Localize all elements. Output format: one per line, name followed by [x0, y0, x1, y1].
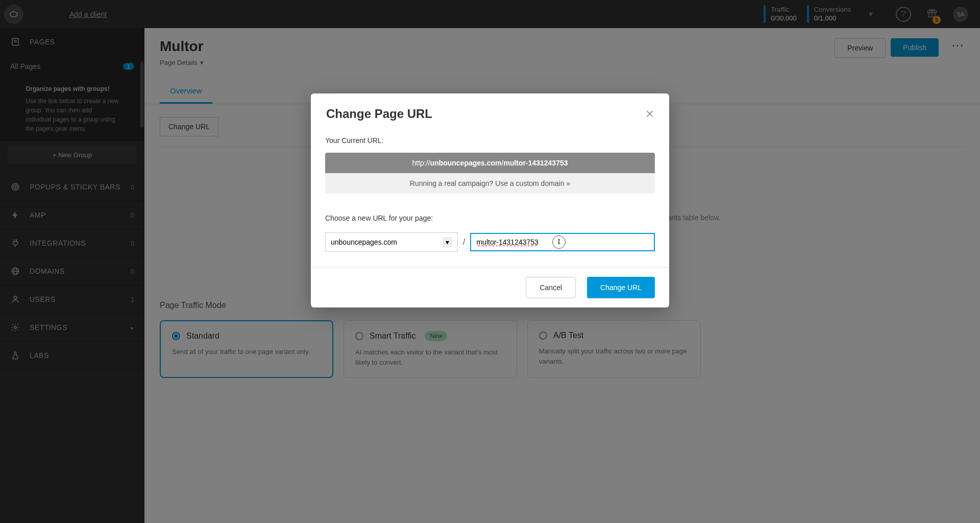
url-slug-input[interactable] — [476, 238, 649, 246]
change-url-modal: Change Page URL × Your Current URL: http… — [311, 93, 669, 307]
modal-overlay[interactable]: Change Page URL × Your Current URL: http… — [0, 0, 980, 523]
slash-separator: / — [463, 237, 465, 247]
chevron-down-icon: ▾ — [443, 237, 452, 247]
url-slug-input-wrapper: I — [470, 233, 655, 251]
custom-domain-link[interactable]: Running a real campaign? Use a custom do… — [325, 173, 655, 194]
choose-url-label: Choose a new URL for your page: — [325, 214, 655, 222]
change-url-submit-button[interactable]: Change URL — [587, 277, 655, 298]
cancel-button[interactable]: Cancel — [526, 277, 576, 298]
modal-title: Change Page URL — [326, 107, 646, 121]
close-icon[interactable]: × — [646, 107, 654, 121]
current-url-label: Your Current URL: — [325, 136, 655, 145]
domain-select[interactable]: unbouncepages.com ▾ — [325, 232, 458, 252]
current-url-display: http://unbouncepages.com/multor-14312437… — [325, 153, 655, 173]
